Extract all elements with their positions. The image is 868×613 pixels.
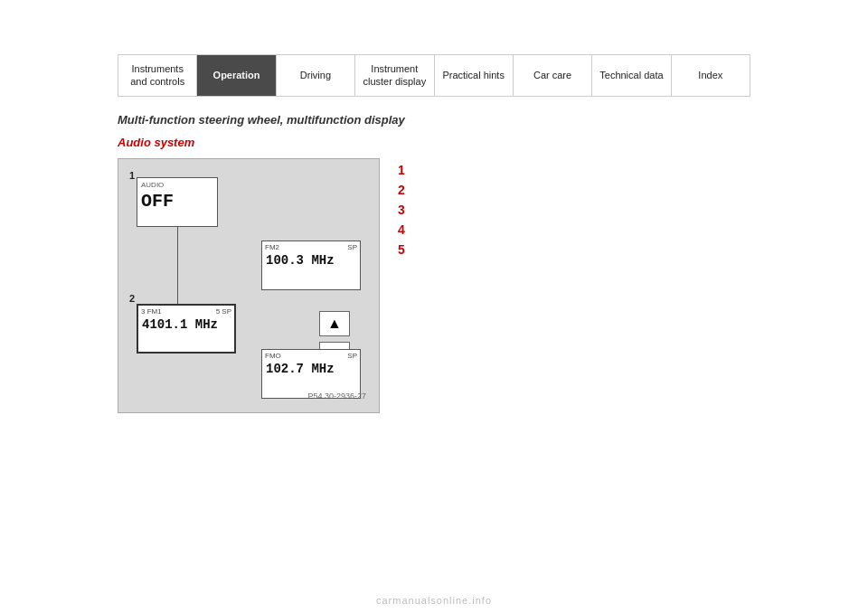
nav-item-car-care[interactable]: Car care (514, 55, 592, 96)
nav-item-driving[interactable]: Driving (277, 55, 355, 96)
fmo-sp: SP (347, 352, 357, 360)
fm1-label: 3 FM1 (141, 307, 162, 316)
list-num-5: 5 (398, 242, 414, 257)
nav-item-technical-data[interactable]: Technical data (592, 55, 671, 96)
nav-item-index[interactable]: Index (672, 55, 750, 96)
fm2-title-row: FM2 SP (262, 241, 360, 251)
up-arrow-button[interactable]: ▲ (319, 311, 350, 336)
audio-off-value: OFF (137, 189, 217, 213)
navigation-bar: Instruments and controlsOperationDriving… (0, 54, 868, 97)
fm1-title-row: 3 FM1 5 SP (138, 306, 234, 316)
page-heading: Multi-function steering wheel, multifunc… (118, 113, 750, 127)
list-item-4: 4 (398, 222, 414, 237)
ref-num-1: 1 (129, 170, 135, 181)
nav-item-practical-hints[interactable]: Practical hints (435, 55, 514, 96)
list-item-1: 1 (398, 163, 414, 177)
fmo-title-row: FMO SP (262, 350, 360, 360)
list-item-2: 2 (398, 183, 414, 197)
list-num-2: 2 (398, 183, 414, 197)
fm2-label: FM2 (265, 243, 279, 251)
audio-title: AUDIO (137, 178, 217, 189)
diagram-inner: 1 2 AUDIO OFF FM2 SP 10 (127, 168, 370, 403)
list-num-4: 4 (398, 222, 414, 237)
fm2-freq: 100.3 MHz (262, 251, 360, 269)
fmo-label: FMO (265, 352, 281, 360)
nav-item-instruments[interactable]: Instruments and controls (118, 55, 197, 96)
two-column-layout: 1 2 AUDIO OFF FM2 SP 10 (118, 158, 750, 413)
list-num-3: 3 (398, 203, 414, 217)
diagram-box: 1 2 AUDIO OFF FM2 SP 10 (118, 158, 380, 413)
audio-display: AUDIO OFF (137, 177, 218, 227)
ref-num-2: 2 (129, 293, 135, 304)
page-content: Multi-function steering wheel, multifunc… (118, 97, 750, 413)
list-num-1: 1 (398, 163, 414, 177)
watermark: carmanualsonline.info (0, 595, 868, 606)
list-item-5: 5 (398, 242, 414, 257)
fm2-display: FM2 SP 100.3 MHz (261, 240, 361, 290)
list-item-3: 3 (398, 203, 414, 217)
nav-item-operation[interactable]: Operation (197, 55, 276, 96)
fm1-display: 3 FM1 5 SP 4101.1 MHz (137, 304, 236, 354)
image-reference: P54.30-2936-27 (307, 391, 366, 401)
fmo-freq: 102.7 MHz (262, 360, 360, 378)
sub-heading: Audio system (118, 136, 750, 149)
fm1-sp: 5 SP (216, 307, 231, 316)
nav-item-instrument-cluster[interactable]: Instrument cluster display (355, 55, 434, 96)
fm1-freq: 4101.1 MHz (138, 316, 234, 334)
numbered-list: 12345 (398, 158, 414, 413)
fm2-sp: SP (347, 243, 357, 251)
